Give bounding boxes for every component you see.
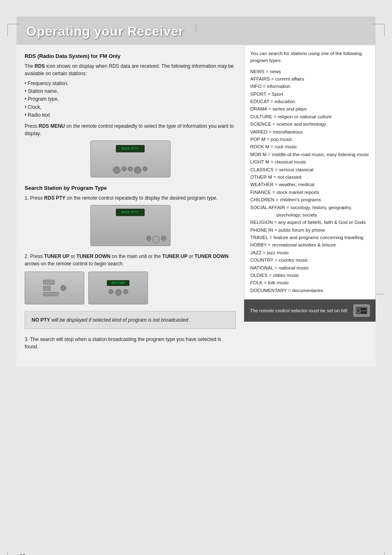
device-btn-5 <box>143 166 148 171</box>
note-box: The remote control selector must be set … <box>244 299 376 322</box>
device-btn-3 <box>128 166 133 171</box>
rb2 <box>152 236 160 243</box>
bullet-item: Station name, <box>25 88 236 95</box>
list-item: POP M = pop music <box>250 136 369 143</box>
remote-display: RDS DISP <box>107 280 129 286</box>
unit-btn-1 <box>43 280 55 285</box>
r-btn-3 <box>123 289 128 294</box>
list-item: FINANCE = stock market reports <box>250 189 369 196</box>
device-btn-4 <box>134 166 141 174</box>
device-display-2: RDS PTY <box>116 209 145 216</box>
svg-rect-4 <box>361 311 367 313</box>
list-item: psychology, society <box>250 211 369 219</box>
rb3 <box>161 236 166 241</box>
remote-buttons <box>146 236 166 243</box>
list-item: LIGHT M = classical music <box>250 158 369 166</box>
list-item: WEATHER = weather, medical <box>250 181 369 188</box>
list-item: NATIONAL = national music <box>250 264 369 272</box>
device-btn-1 <box>113 166 120 174</box>
device-display: RDS PTY <box>116 145 145 152</box>
list-item: RELIGION = any aspect of beliefs, faith … <box>250 219 369 226</box>
list-item: NEWS = news <box>250 68 369 75</box>
main-unit-image <box>25 272 84 304</box>
list-item: SCIENCE = science and technology <box>250 120 369 128</box>
list-item: TRAVEL = feature and programs concerning… <box>250 234 369 241</box>
unit-btn-2 <box>43 286 51 291</box>
right-column: You can search for stations using one of… <box>244 45 376 366</box>
remote-image-1: RDS PTY <box>90 205 171 246</box>
list-item: INFO = information <box>250 83 369 90</box>
list-item: CLASSICS = serious classical <box>250 166 369 173</box>
list-item: AFFAIRS = current affairs <box>250 75 369 83</box>
unit-dial <box>60 285 66 291</box>
page-number: 18 <box>20 553 25 555</box>
corner-mark-tl <box>7 24 20 36</box>
list-item: MOR M = middle-of-the-road music, easy l… <box>250 151 369 158</box>
program-intro: You can search for stations using one of… <box>250 50 369 64</box>
corner-mark-tr <box>372 24 385 36</box>
remote-image-2: RDS DISP <box>88 272 148 304</box>
step2-text: 2. Press TUNER UP or TUNER DOWN on the m… <box>25 253 236 267</box>
list-item: HOBBY = recreational activities & leisur… <box>250 241 369 249</box>
unit-buttons-group2 <box>60 285 66 291</box>
bullet-item: Clock, <box>25 104 236 111</box>
list-item: FOLK = folk music <box>250 279 369 286</box>
rb1 <box>146 236 151 241</box>
list-item: JAZZ = jazz music <box>250 249 369 256</box>
search-section: Search Station by Program Type 1. Press … <box>25 185 236 350</box>
program-list-box: You can search for stations using one of… <box>244 45 376 299</box>
r-btn-1 <box>108 289 113 294</box>
hifi-icon <box>353 304 370 317</box>
note-inner: The remote control selector must be set … <box>250 304 370 317</box>
step3-text: 3. The search will stop when a station b… <box>25 336 236 350</box>
images-row: RDS DISP <box>25 272 236 304</box>
left-column: RDS (Radio Data System) for FM Only The … <box>16 45 244 366</box>
rds-bullet-list: Frequency station, Station name, Program… <box>25 80 236 119</box>
unit-buttons-group <box>43 280 59 296</box>
note-text-content: The remote control selector must be set … <box>250 308 348 313</box>
list-item: SOCIAL AFFAIR = sociology, history, geog… <box>250 204 369 211</box>
page: Operating your Receiver RDS (Radio Data … <box>0 16 392 555</box>
list-item: EDUCAT = education <box>250 98 369 105</box>
list-item: OLDIES = oldies music <box>250 272 369 279</box>
list-item: OTHER M = not classed <box>250 173 369 181</box>
warning-box: NO PTY will be displayed if selected kin… <box>25 311 236 329</box>
rds-instruction: Press RDS MENU on the remote control rep… <box>25 122 236 137</box>
svg-rect-3 <box>361 308 367 310</box>
crosshair-right <box>376 294 385 294</box>
r-btn-2 <box>115 289 122 296</box>
warning-text: will be displayed if selected kind of pr… <box>51 317 188 323</box>
program-list: NEWS = news AFFAIRS = current affairs IN… <box>250 68 369 295</box>
device-btn-2 <box>122 166 127 171</box>
list-item: VARIED = miscellaneous <box>250 128 369 136</box>
step1-text: 1. Press RDS PTY on the remote control r… <box>25 194 236 202</box>
device-buttons <box>113 166 148 174</box>
list-item: ROCK M = rock music <box>250 143 369 150</box>
list-item: COUNTRY = country music <box>250 256 369 264</box>
receiver-image-1: RDS PTY <box>90 140 171 177</box>
list-item: DOCUMENTARY = documentaries <box>250 287 369 294</box>
crosshair-top <box>196 24 196 32</box>
hifi-svg <box>355 306 368 315</box>
list-item: CHILDREN = children's programs <box>250 196 369 203</box>
bullet-item: Program type, <box>25 95 236 103</box>
corner-mark-bl <box>7 552 20 555</box>
list-item: DRAMA = series and plays <box>250 105 369 113</box>
list-item: PHONE IN = public forum by phone <box>250 226 369 234</box>
main-content: RDS (Radio Data System) for FM Only The … <box>16 45 376 366</box>
rds-section: RDS (Radio Data System) for FM Only The … <box>25 53 236 177</box>
svg-point-2 <box>358 310 359 311</box>
bullet-item: Radio text <box>25 111 236 119</box>
remote-btn-row <box>108 289 128 296</box>
warning-bold: NO PTY <box>32 317 50 323</box>
list-item: SPORT = Sport <box>250 90 369 98</box>
rds-intro: The RDS icon shows on display when RDS d… <box>25 62 236 77</box>
note-text: The remote control selector must be set … <box>250 307 349 314</box>
unit-btn-3 <box>43 292 59 296</box>
list-item: CULTURE = religion or national culture <box>250 113 369 120</box>
search-heading: Search Station by Program Type <box>25 185 236 191</box>
rds-heading: RDS (Radio Data System) for FM Only <box>25 53 236 59</box>
corner-mark-br <box>372 552 385 555</box>
bullet-item: Frequency station, <box>25 80 236 88</box>
